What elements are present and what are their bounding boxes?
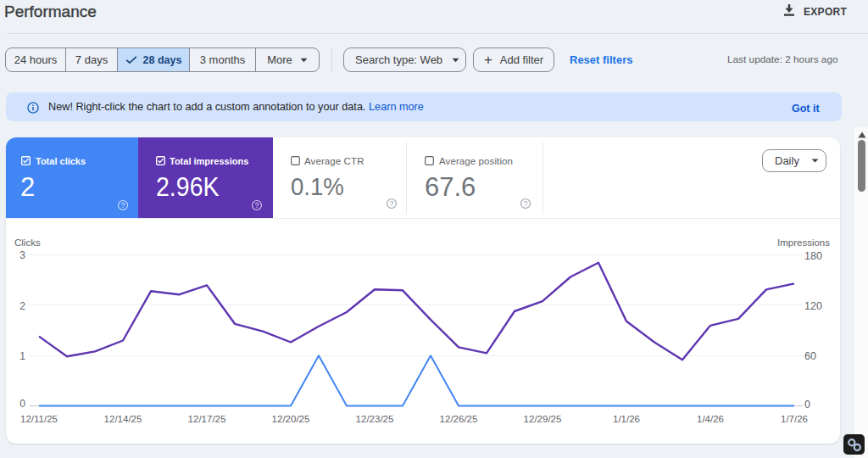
- svg-text:Clicks: Clicks: [14, 237, 41, 248]
- svg-text:12/11/25: 12/11/25: [20, 414, 58, 424]
- svg-text:1/4/26: 1/4/26: [697, 414, 724, 424]
- svg-text:3: 3: [19, 249, 25, 261]
- svg-text:1: 1: [19, 350, 25, 362]
- svg-text:Impressions: Impressions: [777, 237, 830, 248]
- svg-text:1/7/26: 1/7/26: [781, 414, 808, 424]
- svg-text:12/26/25: 12/26/25: [440, 414, 478, 424]
- svg-text:12/29/25: 12/29/25: [524, 414, 562, 424]
- svg-text:120: 120: [804, 300, 822, 312]
- svg-text:2: 2: [19, 300, 25, 312]
- svg-text:12/17/25: 12/17/25: [188, 414, 226, 424]
- svg-text:12/14/25: 12/14/25: [104, 414, 142, 424]
- svg-text:0: 0: [804, 399, 810, 411]
- svg-text:180: 180: [804, 250, 822, 262]
- svg-text:1/1/26: 1/1/26: [613, 414, 640, 424]
- svg-text:60: 60: [804, 350, 816, 362]
- svg-text:12/23/25: 12/23/25: [356, 414, 394, 424]
- svg-text:0: 0: [19, 398, 25, 410]
- svg-text:12/20/25: 12/20/25: [272, 414, 310, 424]
